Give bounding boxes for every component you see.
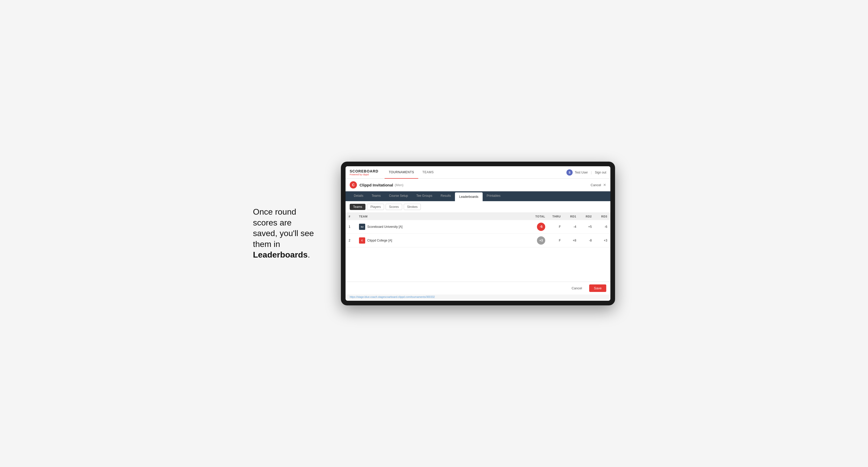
col-rd3: RD3: [595, 213, 610, 220]
score-badge-2: +3: [537, 236, 545, 245]
modal-footer: Cancel Save: [345, 282, 610, 294]
col-rd2: RD2: [579, 213, 595, 220]
team-name-1: Scoreboard University [A]: [367, 225, 402, 228]
spacer: [345, 247, 610, 282]
thru-1: F: [548, 220, 564, 234]
left-text-bold: Leaderboards: [253, 250, 308, 259]
left-text-line3: saved, you'll see: [253, 228, 314, 238]
col-team: TEAM: [356, 213, 528, 220]
team-cell-2: C Clippd College [A]: [356, 234, 528, 247]
col-rd1: RD1: [564, 213, 579, 220]
sub-tabs: Details Teams Course Setup Tee Groups Re…: [345, 191, 610, 201]
tab-details[interactable]: Details: [350, 191, 368, 201]
tab-course-setup[interactable]: Course Setup: [385, 191, 412, 201]
nav-links: TOURNAMENTS TEAMS: [384, 166, 566, 179]
status-bar: https://stage-blue-coach.stagescoarboard…: [345, 294, 610, 300]
rank-2: 2: [345, 234, 356, 247]
logo-brand: clippd: [363, 173, 369, 176]
rd2-2: -8: [579, 234, 595, 247]
tab-printables[interactable]: Printables: [483, 191, 505, 201]
rank-1: 1: [345, 220, 356, 234]
tournament-gender: (Men): [395, 183, 403, 187]
save-button[interactable]: Save: [589, 284, 606, 292]
cancel-label: Cancel: [591, 183, 601, 187]
thru-2: F: [548, 234, 564, 247]
col-total: TOTAL: [528, 213, 548, 220]
nav-divider: |: [591, 171, 592, 174]
leaderboard-table: # TEAM TOTAL THRU: [345, 213, 610, 247]
status-url: https://stage-blue-coach.stagescoarboard…: [350, 295, 435, 299]
content-area: Teams Players Scores Strokes: [345, 201, 610, 300]
team-logo-2: C: [359, 238, 365, 244]
sign-out-link[interactable]: Sign out: [595, 171, 606, 174]
tablet-screen: SCOREBOARD Powered by clippd TOURNAMENTS…: [345, 166, 610, 301]
col-thru: THRU: [548, 213, 564, 220]
total-1: -5: [528, 220, 548, 234]
left-text-block: Once round scores are saved, you'll see …: [253, 207, 326, 260]
top-nav: SCOREBOARD Powered by clippd TOURNAMENTS…: [345, 166, 610, 179]
left-text-line2: scores are: [253, 218, 291, 227]
logo-subtitle: Powered by clippd: [350, 173, 378, 176]
cancel-button[interactable]: Cancel: [567, 284, 587, 292]
filter-row: Teams Players Scores Strokes: [345, 201, 610, 213]
nav-tournaments[interactable]: TOURNAMENTS: [384, 166, 418, 179]
rd2-1: +5: [579, 220, 595, 234]
rd3-1: -6: [595, 220, 610, 234]
filter-strokes[interactable]: Strokes: [404, 204, 421, 210]
filter-players[interactable]: Players: [367, 204, 384, 210]
nav-right: S Test User | Sign out: [566, 169, 606, 176]
left-text-suffix: .: [308, 250, 310, 259]
rd3-2: +3: [595, 234, 610, 247]
tablet-device: SCOREBOARD Powered by clippd TOURNAMENTS…: [341, 162, 615, 305]
tab-results[interactable]: Results: [436, 191, 455, 201]
rd1-1: -4: [564, 220, 579, 234]
score-badge-1: -5: [537, 223, 545, 231]
left-text-line1: Once round: [253, 207, 296, 216]
tab-tee-groups[interactable]: Tee Groups: [412, 191, 436, 201]
total-2: +3: [528, 234, 548, 247]
tab-teams[interactable]: Teams: [368, 191, 385, 201]
table-row: 2 C Clippd College [A] +3: [345, 234, 610, 247]
table-row: 1 SU Scoreboard University [A] -5: [345, 220, 610, 234]
page-wrapper: Once round scores are saved, you'll see …: [253, 162, 615, 305]
tournament-name: Clippd Invitational: [360, 183, 393, 187]
tab-leaderboards[interactable]: Leaderboards: [455, 192, 483, 201]
team-name-2: Clippd College [A]: [367, 239, 392, 242]
filter-teams[interactable]: Teams: [350, 204, 366, 210]
logo-title: SCOREBOARD: [350, 169, 378, 173]
user-avatar: S: [566, 169, 572, 176]
tournament-icon: C: [350, 181, 357, 188]
col-rank: #: [345, 213, 356, 220]
rd1-2: +8: [564, 234, 579, 247]
team-cell-1: SU Scoreboard University [A]: [356, 220, 528, 234]
tournament-header: C Clippd Invitational (Men) Cancel ✕: [345, 179, 610, 191]
filter-scores[interactable]: Scores: [385, 204, 402, 210]
close-icon[interactable]: ✕: [603, 183, 606, 187]
nav-teams[interactable]: TEAMS: [418, 166, 438, 179]
tournament-cancel[interactable]: Cancel ✕: [591, 183, 606, 187]
logo-area: SCOREBOARD Powered by clippd: [350, 169, 378, 176]
user-name: Test User: [575, 171, 588, 174]
table-header-row: # TEAM TOTAL THRU: [345, 213, 610, 220]
team-logo-1: SU: [359, 224, 365, 230]
logo-subtitle-prefix: Powered by: [350, 173, 363, 176]
left-text-line4: them in: [253, 240, 280, 249]
